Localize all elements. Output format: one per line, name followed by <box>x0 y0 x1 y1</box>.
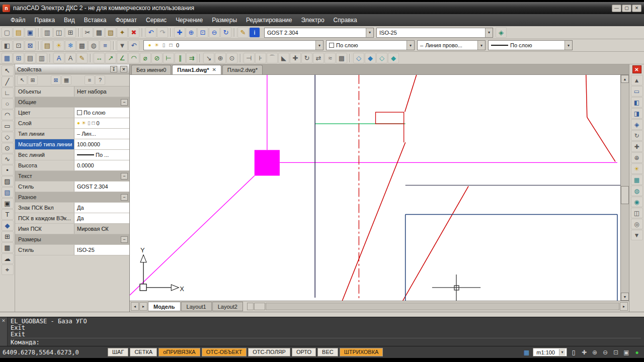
toggle-сетка[interactable]: СЕТКА <box>130 348 157 356</box>
view-front-icon[interactable]: ◧ <box>631 97 643 108</box>
dropdown-arrow-icon[interactable]: ▾ <box>407 41 414 50</box>
array-icon[interactable]: ▩ <box>336 53 347 63</box>
preview-icon[interactable]: ◫ <box>53 27 64 38</box>
doc-tab[interactable]: План2.dwg* <box>222 65 263 74</box>
dim-aligned-icon[interactable]: ↗ <box>105 53 116 63</box>
zoom-in-icon[interactable]: ⊕ <box>590 348 599 357</box>
magenta-diagonal-line[interactable] <box>130 175 255 295</box>
rectangle-icon[interactable]: ▭ <box>2 121 14 131</box>
zoom-window-icon[interactable]: ⊡ <box>197 27 208 38</box>
property-value[interactable]: 0.0000 <box>74 160 129 170</box>
view-side-icon[interactable]: ◨ <box>631 108 643 119</box>
view-top-icon[interactable]: ▭ <box>631 86 643 97</box>
property-value[interactable]: По слою <box>74 108 129 118</box>
ellipse-icon[interactable]: ⊙ <box>2 143 14 153</box>
dim-linear-icon[interactable]: ↔ <box>94 53 105 63</box>
point-icon[interactable]: • <box>2 165 14 175</box>
property-value[interactable]: Да <box>74 203 129 213</box>
zoom-realtime-icon[interactable]: ⊕ <box>186 27 197 38</box>
status-ok-icon[interactable]: ● <box>632 348 641 357</box>
property-label[interactable]: Тип линии <box>15 129 74 139</box>
view-iso-icon[interactable]: ◈ <box>631 119 643 130</box>
property-label[interactable]: Знак ПСК Вкл <box>15 203 74 213</box>
view-shade-icon[interactable]: ◆ <box>388 53 399 63</box>
vertical-scroll-track[interactable] <box>621 83 629 293</box>
layer-previous-icon[interactable]: ↶ <box>128 40 139 51</box>
layer-lock-icon[interactable]: ▩ <box>76 40 88 51</box>
command-window-grip[interactable]: ✕ <box>0 317 8 346</box>
zoom-out-icon[interactable]: ⊖ <box>601 348 610 357</box>
scroll-up-icon[interactable]: ▲ <box>621 75 629 83</box>
red-rectangle[interactable] <box>376 112 404 124</box>
circle-icon[interactable]: ○ <box>2 99 14 109</box>
mirror-icon[interactable]: ⇄ <box>313 53 324 63</box>
print-icon[interactable]: ▥ <box>42 27 53 38</box>
make-layer-current-icon[interactable]: ▼ <box>117 40 128 51</box>
grid-view-icon[interactable]: ▦ <box>631 174 643 185</box>
menu-item-вставка[interactable]: Вставка <box>79 15 111 26</box>
toggle-отс-объект[interactable]: ОТС-ОБЪЕКТ <box>202 348 247 356</box>
line-icon[interactable]: ╱ <box>2 76 14 87</box>
menu-item-вид[interactable]: Вид <box>59 15 79 26</box>
toggle-опривязка[interactable]: оПРИВЯЗКА <box>158 348 200 356</box>
toggle-вес[interactable]: ВЕС <box>317 348 338 356</box>
zoom-previous-icon[interactable]: ⊖ <box>209 27 220 38</box>
property-value[interactable]: –Лин... <box>74 129 129 139</box>
styles-manager-icon[interactable]: ◈ <box>496 27 507 38</box>
polyline-icon[interactable]: ∟ <box>2 87 14 98</box>
dim-ordinate-icon[interactable]: ⊢ <box>163 53 174 63</box>
menu-item-размеры[interactable]: Размеры <box>207 15 242 26</box>
property-section-header[interactable]: Общие− <box>15 97 129 108</box>
color-combo[interactable]: По слою ▾ <box>326 40 415 50</box>
arc-icon[interactable]: ◠ <box>2 110 14 120</box>
menu-item-сервис[interactable]: Сервис <box>141 15 171 26</box>
property-section-header[interactable]: Размеры− <box>15 234 129 245</box>
layer-states-icon[interactable]: ≡ <box>100 40 111 51</box>
dim-arc-icon[interactable]: ◠ <box>128 53 139 63</box>
sun-icon[interactable]: ☀ <box>631 163 643 174</box>
paste-icon[interactable]: ▧ <box>105 27 116 38</box>
table-insert-icon[interactable]: ⊞ <box>13 53 24 63</box>
menu-item-файл[interactable]: Файл <box>6 15 30 26</box>
dim-baseline-icon[interactable]: ∥ <box>175 53 186 63</box>
menu-item-черчение[interactable]: Черчение <box>171 15 207 26</box>
layout-tab-модель[interactable]: Модель <box>148 302 181 311</box>
property-value[interactable]: Мировая СК <box>74 224 129 234</box>
notebook-icon[interactable]: ▥ <box>36 53 47 63</box>
dim-radius-icon[interactable]: ⌀ <box>140 53 151 63</box>
red-diagonal-1[interactable] <box>342 142 405 301</box>
revcloud-icon[interactable]: ☁ <box>2 253 14 264</box>
collapse-icon[interactable]: − <box>121 236 128 243</box>
view-3d-icon[interactable]: ◇ <box>376 53 387 63</box>
undo-icon[interactable]: ↶ <box>145 27 156 38</box>
select-objects-icon[interactable]: ↖ <box>17 75 27 85</box>
match-props-icon[interactable]: ✦ <box>117 27 128 38</box>
red-diagonal-right[interactable] <box>587 117 615 161</box>
render-icon[interactable]: ◉ <box>631 197 643 207</box>
layer-combo[interactable]: ●☀▯□ 0 ▾ <box>143 40 324 50</box>
mtext-icon[interactable]: A <box>65 53 76 63</box>
lineweight-combo[interactable]: По слою ▾ <box>488 40 573 50</box>
edit-icon[interactable]: ✎ <box>237 27 249 38</box>
dim-angular-icon[interactable]: ∠ <box>117 53 128 63</box>
table-icon[interactable]: ▦ <box>2 53 13 63</box>
orbit-icon[interactable]: ↻ <box>631 130 643 141</box>
collapse-icon[interactable]: − <box>121 173 128 179</box>
drawing-canvas[interactable]: YX <box>130 75 620 301</box>
pan-icon[interactable]: ✚ <box>174 27 185 38</box>
tab-close-icon[interactable]: ✕ <box>212 67 216 74</box>
property-label[interactable]: Слой <box>15 118 74 128</box>
property-label[interactable]: Объекты <box>15 86 74 97</box>
zoom-extents-icon[interactable]: ⊡ <box>611 348 620 357</box>
view-ucs-icon[interactable]: ◇ <box>353 53 364 63</box>
quick-select-icon[interactable]: ⊠ <box>25 40 36 51</box>
pin-icon[interactable]: ↧ <box>110 66 117 72</box>
measure-icon[interactable]: ⌖ <box>2 264 14 275</box>
dropdown-arrow-icon[interactable]: ▾ <box>485 28 493 37</box>
property-label[interactable]: Вес линий <box>15 150 74 160</box>
model-space[interactable]: YX <box>130 75 620 301</box>
close-icon[interactable]: ✕ <box>120 66 127 72</box>
doc-tab[interactable]: Без имени0 <box>131 65 171 74</box>
camera-icon[interactable]: ◫ <box>631 208 643 218</box>
doc-tab[interactable]: План1.dwg*✕ <box>172 65 221 74</box>
